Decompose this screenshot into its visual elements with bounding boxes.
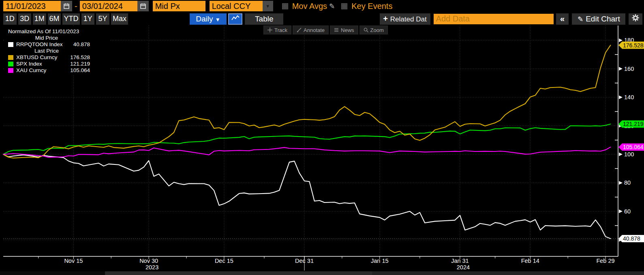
series-swatch xyxy=(8,42,13,47)
security-value: 105.064 xyxy=(70,67,90,74)
legend-row[interactable]: XAU Curncy 105.064 xyxy=(8,67,106,74)
x-axis-label: Jan 31 xyxy=(451,258,469,264)
last-price-tag: 121.219 xyxy=(618,120,644,128)
range-1m-button[interactable]: 1M xyxy=(33,13,46,25)
bottom-panel-edge xyxy=(105,271,372,275)
calendar-icon xyxy=(63,3,70,9)
collapse-button[interactable]: « xyxy=(556,13,569,25)
track-icon xyxy=(267,28,272,32)
range-1d-button[interactable]: 1D xyxy=(3,13,17,25)
svg-text:105.064: 105.064 xyxy=(623,144,644,150)
series-swatch xyxy=(8,68,13,73)
price-field-input[interactable] xyxy=(153,1,205,11)
chevron-down-icon: ▼ xyxy=(215,17,220,23)
last-price-tag: 40.878 xyxy=(618,235,644,242)
related-data-button[interactable]: +Related Dat xyxy=(380,13,430,25)
range-5y-button[interactable]: 5Y xyxy=(96,13,109,25)
track-button[interactable]: Track xyxy=(263,26,291,34)
svg-text:121.219: 121.219 xyxy=(623,121,644,127)
y-axis-label: 60 xyxy=(624,208,631,215)
zoom-button[interactable]: Zoom xyxy=(359,26,388,34)
settings-button[interactable] xyxy=(629,13,642,25)
date-to-input[interactable] xyxy=(80,1,137,11)
series-swatch xyxy=(8,55,13,60)
calendar-from-button[interactable] xyxy=(61,1,72,11)
key-events-checkbox[interactable] xyxy=(341,3,347,9)
legend-group-header: Mid Price xyxy=(8,35,106,41)
svg-text:176.528: 176.528 xyxy=(623,42,644,49)
bottom-panel-edge xyxy=(372,271,644,275)
calendar-to-button[interactable] xyxy=(137,1,149,11)
security-value: 121.219 xyxy=(70,61,90,67)
chart-tools-bar: Track Annotate News Zoom xyxy=(263,26,388,34)
security-name: XAU Curncy xyxy=(16,67,70,74)
chart-toolbar: 1D 3D 1M 6M YTD 1Y 5Y Max Daily ▼ Table … xyxy=(0,13,644,25)
y-axis-label: 80 xyxy=(624,179,631,186)
key-events-label: Key Events xyxy=(351,2,392,11)
plus-icon: + xyxy=(383,14,388,23)
pencil-icon: ✎ xyxy=(578,15,583,23)
range-ytd-button[interactable]: YTD xyxy=(62,13,79,25)
range-1y-button[interactable]: 1Y xyxy=(81,13,95,25)
mov-avgs-checkbox[interactable] xyxy=(282,3,288,9)
bottom-panel-edge xyxy=(0,271,105,275)
news-button[interactable]: News xyxy=(330,26,358,34)
x-axis-label: Dec 15 xyxy=(215,258,233,264)
chart-legend: Normalized As Of 11/01/2023 Mid Price RR… xyxy=(5,27,109,76)
legend-group-header: Last Price xyxy=(8,48,106,54)
gear-icon xyxy=(631,14,640,22)
add-data-input[interactable] xyxy=(434,14,554,24)
security-name: SPX Index xyxy=(16,61,70,67)
x-axis-label: Jan 15 xyxy=(371,258,389,264)
range-max-button[interactable]: Max xyxy=(111,13,128,25)
y-axis-label: 100 xyxy=(624,151,634,158)
y-axis-label: 160 xyxy=(624,66,634,72)
last-price-tag: 105.064 xyxy=(618,143,644,151)
range-6m-button[interactable]: 6M xyxy=(48,13,61,25)
chart-type-button[interactable] xyxy=(228,13,243,25)
x-axis-label: Feb 14 xyxy=(521,258,539,264)
annotate-button[interactable]: Annotate xyxy=(293,26,329,34)
legend-row[interactable]: XBTUSD Curncy 176.528 xyxy=(8,54,106,61)
series-swatch xyxy=(8,62,13,66)
mov-avgs-pencil-icon[interactable]: ✎ xyxy=(329,2,335,11)
security-value: 176.528 xyxy=(70,54,90,61)
range-3d-button[interactable]: 3D xyxy=(18,13,32,25)
y-axis-label: 140 xyxy=(624,94,634,100)
date-from-input[interactable] xyxy=(3,1,61,11)
x-axis-label: Nov 15 xyxy=(64,258,83,264)
legend-title: Normalized As Of 11/01/2023 xyxy=(8,28,106,35)
period-dropdown[interactable]: Daily ▼ xyxy=(190,13,227,25)
line-chart-icon xyxy=(231,15,240,21)
calendar-icon xyxy=(140,3,146,9)
mov-avgs-label: Mov Avgs xyxy=(292,2,327,11)
news-icon xyxy=(334,28,339,32)
security-name: RRPQTOON Index xyxy=(16,41,73,48)
series-line-XAU-Curncy xyxy=(3,147,610,157)
legend-row[interactable]: RRPQTOON Index 40.878 xyxy=(8,41,106,48)
date-separator: - xyxy=(75,2,77,11)
top-toolbar: - ▼ Mov Avgs ✎ Key Events xyxy=(0,0,644,12)
series-line-RRPQTOON-Index xyxy=(3,154,610,239)
zoom-icon xyxy=(364,28,368,32)
year-label: 2023 xyxy=(145,264,158,271)
x-axis-label: Nov 30 xyxy=(139,258,158,264)
annotate-icon xyxy=(297,28,302,32)
legend-row[interactable]: SPX Index 121.219 xyxy=(8,61,106,67)
currency-select[interactable] xyxy=(210,1,263,11)
series-line-SPX-Index xyxy=(3,124,610,154)
currency-dropdown-button[interactable]: ▼ xyxy=(263,1,273,11)
x-axis-label: Feb 29 xyxy=(596,258,614,264)
security-value: 40.878 xyxy=(73,41,90,48)
security-name: XBTUSD Curncy xyxy=(16,54,70,61)
last-price-tag: 176.528 xyxy=(618,42,644,49)
table-button[interactable]: Table xyxy=(245,13,283,25)
year-label: 2024 xyxy=(457,264,470,271)
svg-text:40.878: 40.878 xyxy=(623,235,640,242)
edit-chart-button[interactable]: ✎Edit Chart xyxy=(572,13,625,25)
